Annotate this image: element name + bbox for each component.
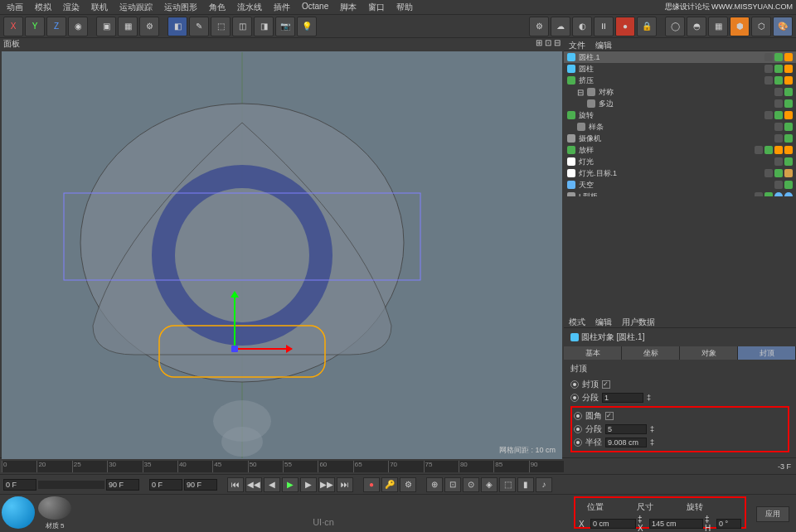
- world-btn[interactable]: ◉: [68, 17, 88, 36]
- menu-item[interactable]: 动画: [7, 2, 23, 12]
- record-btn[interactable]: ●: [363, 477, 380, 492]
- cur-frame2-input[interactable]: [184, 479, 217, 491]
- oc-lock-btn[interactable]: 🔒: [637, 17, 657, 36]
- range-slider[interactable]: [38, 481, 104, 489]
- radius-input[interactable]: [605, 438, 647, 447]
- tab-coord[interactable]: 坐标: [622, 346, 680, 360]
- seg1-input[interactable]: [602, 393, 643, 403]
- oc-pause-btn[interactable]: ⏸: [594, 17, 614, 36]
- cap-radio[interactable]: [570, 380, 579, 389]
- radius-radio[interactable]: [574, 438, 582, 447]
- next-frame-btn[interactable]: ▶: [300, 477, 317, 492]
- tree-item-extrude[interactable]: 挤压: [564, 75, 796, 86]
- marker-btn[interactable]: ▮: [517, 477, 534, 492]
- pos-x-input[interactable]: [590, 519, 636, 529]
- generator-btn[interactable]: ⬚: [211, 17, 231, 36]
- pla-key-btn[interactable]: ⬚: [499, 477, 516, 492]
- tree-item-spline[interactable]: 样条: [564, 121, 796, 133]
- oc-picker-btn[interactable]: 🎨: [773, 17, 793, 36]
- tree-item-poly[interactable]: 多边: [564, 98, 796, 109]
- light-btn[interactable]: 💡: [297, 17, 317, 36]
- oc-settings-btn[interactable]: ⚙: [529, 17, 549, 36]
- next-key-btn[interactable]: ▶▶: [318, 477, 335, 492]
- menu-item[interactable]: 角色: [209, 2, 226, 12]
- rot-h-input[interactable]: [716, 519, 741, 529]
- menu-item[interactable]: 流水线: [237, 2, 262, 12]
- goto-start-btn[interactable]: ⏮: [227, 477, 244, 492]
- tree-item-light-target[interactable]: 灯光.目标.1: [564, 167, 796, 179]
- start-frame-input[interactable]: [3, 479, 36, 491]
- render-settings-btn[interactable]: ⚙: [139, 17, 159, 36]
- tab-basic[interactable]: 基本: [564, 346, 622, 360]
- oc-stop-btn[interactable]: ●: [615, 17, 635, 36]
- cap-check[interactable]: [602, 380, 610, 389]
- spline-btn[interactable]: ✎: [189, 17, 209, 36]
- scale-key-btn[interactable]: ⊡: [444, 477, 461, 492]
- cur-frame-input[interactable]: [149, 479, 182, 491]
- menu-item[interactable]: 运动图形: [164, 2, 197, 12]
- seg1-radio[interactable]: [570, 394, 579, 402]
- size-x-input[interactable]: [649, 519, 703, 529]
- env-btn[interactable]: ◨: [254, 17, 274, 36]
- material-swatch-blue[interactable]: [2, 496, 35, 529]
- axis-x-btn[interactable]: X: [3, 17, 23, 36]
- attr-userdata-menu[interactable]: 用户数据: [622, 317, 655, 326]
- menu-item[interactable]: Octane: [302, 2, 328, 12]
- apply-btn[interactable]: 应用: [756, 506, 789, 522]
- axis-y-btn[interactable]: Y: [25, 17, 45, 36]
- menu-item[interactable]: 联机: [91, 2, 108, 12]
- timeline-ruler[interactable]: 0 20 25 30 35 40 45 50 55 60 65 70 75 80…: [2, 461, 564, 472]
- menu-item[interactable]: 模拟: [35, 2, 51, 12]
- menu-item[interactable]: 脚本: [340, 2, 357, 12]
- render-region-btn[interactable]: ▦: [118, 17, 138, 36]
- end-frame-input[interactable]: [106, 479, 139, 491]
- menu-item[interactable]: 插件: [274, 2, 290, 12]
- gizmo-center[interactable]: [231, 346, 238, 352]
- oc-cloud-btn[interactable]: ☁: [551, 17, 570, 36]
- render-btn[interactable]: ▣: [96, 17, 116, 36]
- tree-item-symmetry[interactable]: ⊟对称: [564, 86, 796, 98]
- deformer-btn[interactable]: ◫: [232, 17, 252, 36]
- play-btn[interactable]: ▶: [282, 477, 298, 492]
- fillet-radio[interactable]: [574, 412, 582, 420]
- tree-item-cylinder[interactable]: 圆柱: [564, 63, 796, 75]
- tree-item-sky[interactable]: 天空: [564, 179, 796, 191]
- object-manager[interactable]: 圆柱.1 圆柱 挤压 ⊟对称 多边 旋转 样条 摄像机 放样 灯光 灯光.目标.…: [564, 51, 796, 196]
- tree-item-light[interactable]: 灯光: [564, 156, 796, 167]
- viewport-controls[interactable]: ⊞ ⊡ ⊟: [536, 38, 561, 50]
- menu-item[interactable]: 渲染: [63, 2, 80, 12]
- menu-item[interactable]: 窗口: [368, 2, 385, 12]
- oc-node-btn[interactable]: ⬡: [751, 17, 771, 36]
- tab-caps[interactable]: 封顶: [738, 346, 796, 360]
- tree-item-lathe[interactable]: 旋转: [564, 109, 796, 121]
- gizmo-y-axis[interactable]: [234, 292, 235, 350]
- tree-item-cylinder1[interactable]: 圆柱.1: [564, 51, 796, 63]
- obj-edit-menu[interactable]: 编辑: [595, 40, 612, 49]
- material-swatch-grey[interactable]: [38, 496, 71, 520]
- sphere-btn[interactable]: ◯: [665, 17, 685, 36]
- tree-item-lbracket[interactable]: L型板: [564, 191, 796, 196]
- menu-item[interactable]: 帮助: [396, 2, 413, 12]
- oc-live-btn[interactable]: ⬢: [730, 17, 750, 36]
- camera-btn[interactable]: 📷: [275, 17, 295, 36]
- seg2-input[interactable]: [605, 424, 647, 434]
- attr-mode-menu[interactable]: 模式: [569, 317, 585, 326]
- seg2-radio[interactable]: [574, 425, 582, 433]
- attr-edit-menu[interactable]: 编辑: [595, 317, 612, 326]
- gizmo-x-axis[interactable]: [234, 348, 292, 350]
- viewport[interactable]: 网格间距 : 10 cm: [2, 51, 562, 459]
- tab-object[interactable]: 对象: [680, 346, 738, 360]
- fillet-check[interactable]: [605, 412, 614, 420]
- obj-file-menu[interactable]: 文件: [569, 40, 585, 49]
- cube-primitive-btn[interactable]: ◧: [167, 17, 187, 36]
- pos-key-btn[interactable]: ⊕: [426, 477, 443, 492]
- sound-btn[interactable]: ♪: [536, 477, 552, 492]
- param-key-btn[interactable]: ◈: [481, 477, 498, 492]
- tree-item-loft[interactable]: 放样: [564, 144, 796, 156]
- rot-key-btn[interactable]: ⊙: [463, 477, 479, 492]
- timeline[interactable]: 0 20 25 30 35 40 45 50 55 60 65 70 75 80…: [0, 457, 796, 474]
- prev-frame-btn[interactable]: ◀: [264, 477, 280, 492]
- mat-btn[interactable]: ◓: [687, 17, 706, 36]
- goto-end-btn[interactable]: ⏭: [337, 477, 353, 492]
- tree-item-camera[interactable]: 摄像机: [564, 133, 796, 144]
